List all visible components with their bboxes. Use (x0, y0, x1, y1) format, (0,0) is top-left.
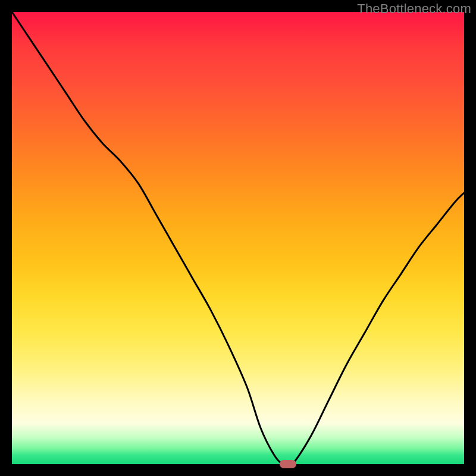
bottleneck-curve (12, 12, 464, 464)
watermark-text: TheBottleneck.com (357, 1, 471, 17)
chart-frame: TheBottleneck.com (0, 0, 476, 476)
minimum-marker (280, 460, 296, 468)
plot-area (12, 12, 464, 464)
